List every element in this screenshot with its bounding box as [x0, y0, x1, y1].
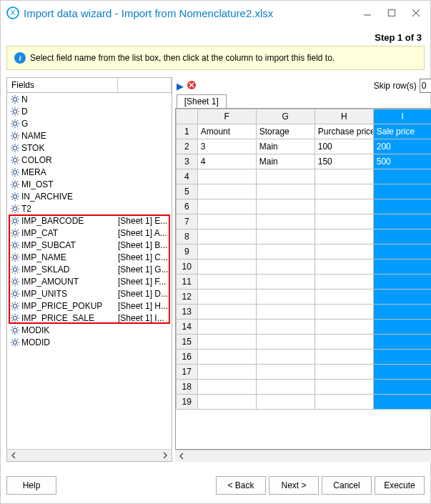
cell[interactable] — [256, 199, 314, 214]
cell[interactable] — [373, 305, 431, 320]
execute-button[interactable]: Execute — [375, 476, 425, 495]
row-header[interactable]: 17 — [176, 365, 197, 380]
field-row[interactable]: IMP_PRICE_SALE[Sheet 1] I... — [7, 312, 172, 324]
cell[interactable] — [256, 214, 314, 229]
row-header[interactable]: 13 — [176, 305, 197, 320]
cell[interactable]: 100 — [314, 139, 373, 154]
cell[interactable] — [197, 260, 256, 275]
cell[interactable] — [373, 275, 431, 290]
field-row[interactable]: IMP_PRICE_POKUP[Sheet 1] H... — [7, 300, 172, 312]
cell[interactable] — [373, 260, 431, 275]
cell[interactable] — [197, 380, 256, 395]
row-header[interactable]: 19 — [176, 395, 197, 410]
cell[interactable] — [314, 184, 373, 199]
cell[interactable] — [314, 395, 373, 410]
col-header[interactable]: G — [256, 109, 314, 124]
cell[interactable] — [197, 335, 256, 350]
cell[interactable] — [314, 380, 373, 395]
cell[interactable] — [373, 350, 431, 365]
row-header[interactable]: 6 — [176, 199, 197, 214]
cell[interactable]: 200 — [373, 139, 431, 154]
col-header[interactable]: I — [373, 109, 431, 124]
cell[interactable] — [373, 290, 431, 305]
cell[interactable]: Main — [256, 139, 314, 154]
cell[interactable] — [314, 214, 373, 229]
cell[interactable] — [373, 335, 431, 350]
cell[interactable] — [373, 380, 431, 395]
row-header[interactable]: 16 — [176, 350, 197, 365]
cell[interactable] — [314, 244, 373, 260]
row-header[interactable]: 18 — [176, 380, 197, 395]
field-row[interactable]: N — [7, 93, 172, 105]
row-header[interactable]: 14 — [176, 320, 197, 335]
cell[interactable] — [256, 275, 314, 290]
col-header[interactable]: F — [197, 109, 256, 124]
field-row[interactable]: IMP_NAME[Sheet 1] C... — [7, 251, 172, 263]
cell[interactable] — [256, 290, 314, 305]
cell[interactable] — [256, 184, 314, 199]
cell[interactable] — [314, 260, 373, 275]
help-button[interactable]: Help — [6, 476, 56, 495]
row-header[interactable]: 5 — [176, 184, 197, 199]
field-row[interactable]: IMP_AMOUNT[Sheet 1] F... — [7, 275, 172, 287]
row-header[interactable]: 12 — [176, 290, 197, 305]
cell[interactable] — [197, 199, 256, 214]
row-header[interactable]: 1 — [176, 124, 197, 139]
cell[interactable] — [373, 214, 431, 229]
row-header[interactable]: 8 — [176, 229, 197, 244]
field-row[interactable]: NAME — [7, 129, 172, 142]
cell[interactable]: Purchase price — [314, 124, 373, 139]
cell[interactable]: Sale price — [373, 124, 431, 139]
cell[interactable]: Storage — [256, 124, 314, 139]
cell[interactable] — [197, 290, 256, 305]
cell[interactable] — [197, 350, 256, 365]
cell[interactable] — [256, 320, 314, 335]
cell[interactable]: 500 — [373, 154, 431, 169]
cell[interactable] — [373, 229, 431, 244]
field-row[interactable]: IN_ARCHIVE — [7, 190, 172, 202]
row-header[interactable]: 11 — [176, 275, 197, 290]
cell[interactable] — [314, 290, 373, 305]
cell[interactable] — [314, 275, 373, 290]
field-row[interactable]: STOK — [7, 142, 172, 154]
cell[interactable] — [256, 335, 314, 350]
back-button[interactable]: < Back — [216, 476, 266, 495]
h-scrollbar[interactable] — [7, 449, 172, 461]
field-row[interactable]: MI_OST — [7, 178, 172, 190]
cell[interactable] — [373, 320, 431, 335]
cell[interactable] — [314, 169, 373, 184]
row-header[interactable]: 3 — [176, 154, 197, 169]
cell[interactable] — [373, 395, 431, 410]
cell[interactable] — [314, 320, 373, 335]
stop-icon[interactable] — [187, 80, 197, 92]
cell[interactable] — [314, 305, 373, 320]
cell[interactable] — [197, 305, 256, 320]
field-row[interactable]: IMP_BARCODE[Sheet 1] E... — [7, 214, 172, 227]
cell[interactable] — [197, 365, 256, 380]
cell[interactable]: 3 — [197, 139, 256, 154]
field-row[interactable]: MODID — [7, 336, 172, 348]
cell[interactable] — [314, 365, 373, 380]
row-header[interactable]: 9 — [176, 244, 197, 260]
next-button[interactable]: Next > — [269, 476, 319, 495]
field-row[interactable]: IMP_CAT[Sheet 1] A... — [7, 227, 172, 239]
cell[interactable] — [314, 350, 373, 365]
cell[interactable] — [197, 320, 256, 335]
cell[interactable] — [256, 365, 314, 380]
cell[interactable] — [373, 365, 431, 380]
field-row[interactable]: T2 — [7, 202, 172, 214]
field-row[interactable]: IMP_UNITS[Sheet 1] D... — [7, 287, 172, 300]
cell[interactable] — [314, 229, 373, 244]
cell[interactable] — [256, 229, 314, 244]
field-row[interactable]: G — [7, 117, 172, 129]
field-row[interactable]: IMP_SUBCAT[Sheet 1] B... — [7, 239, 172, 251]
cell[interactable] — [373, 199, 431, 214]
cell[interactable] — [197, 275, 256, 290]
cell[interactable] — [256, 244, 314, 260]
cell[interactable] — [373, 184, 431, 199]
close-button[interactable] — [407, 5, 425, 21]
row-header[interactable]: 2 — [176, 139, 197, 154]
sheet-tab[interactable]: [Sheet 1] — [177, 94, 227, 108]
cell[interactable] — [314, 199, 373, 214]
row-header[interactable]: 15 — [176, 335, 197, 350]
